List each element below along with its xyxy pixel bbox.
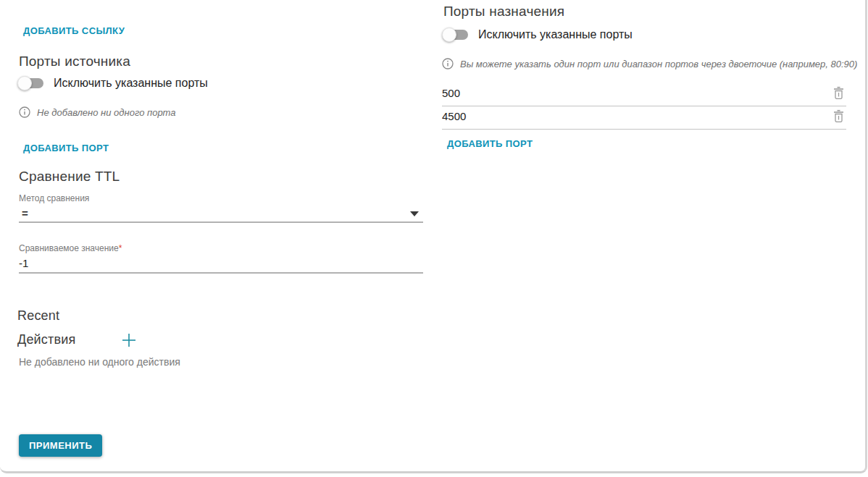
dest-ports-exclude-toggle-row: Исключить указанные порты <box>443 28 633 41</box>
compared-value-label-text: Сравниваемое значение <box>19 243 119 253</box>
toggle-knob <box>17 76 32 90</box>
source-ports-empty-hint: Не добавлено ни одного порта <box>19 106 176 118</box>
settings-page: ДОБАВИТЬ ССЫЛКУ Порты источника Исключит… <box>0 0 867 473</box>
toggle-knob <box>442 28 456 42</box>
exclude-ports-toggle-label: Исключить указанные порты <box>54 77 208 90</box>
add-action-plus-icon[interactable] <box>120 332 138 349</box>
ttl-comparison-title: Сравнение TTL <box>19 169 120 185</box>
source-ports-empty-text: Не добавлено ни одного порта <box>37 107 176 118</box>
dest-port-input[interactable] <box>442 110 732 122</box>
destination-ports-title: Порты назначения <box>443 4 564 20</box>
compared-value-field-wrap <box>19 256 423 274</box>
add-link-button[interactable]: ДОБАВИТЬ ССЫЛКУ <box>23 25 125 36</box>
add-dest-port-button[interactable]: ДОБАВИТЬ ПОРТ <box>447 138 533 149</box>
comparison-method-value: = <box>22 207 28 219</box>
add-source-port-button[interactable]: ДОБАВИТЬ ПОРТ <box>23 143 109 153</box>
actions-empty-note: Не добавлено ни одного действия <box>19 356 180 368</box>
trash-icon <box>832 86 845 100</box>
comparison-method-select[interactable]: = <box>19 206 423 223</box>
info-icon <box>442 58 454 69</box>
compared-value-input[interactable] <box>19 257 410 269</box>
comparison-method-label: Метод сравнения <box>19 193 89 203</box>
info-icon <box>19 106 30 118</box>
apply-button[interactable]: ПРИМЕНИТЬ <box>19 434 102 457</box>
exclude-ports-toggle-label: Исключить указанные порты <box>478 28 633 41</box>
delete-port-button[interactable] <box>832 109 845 123</box>
required-asterisk: * <box>119 243 122 253</box>
trash-icon <box>832 109 845 123</box>
source-ports-title: Порты источника <box>19 54 130 69</box>
exclude-ports-toggle[interactable] <box>443 30 468 40</box>
recent-title: Recent <box>17 308 59 324</box>
chevron-down-icon <box>410 211 419 216</box>
compared-value-label: Сравниваемое значение* <box>19 243 122 253</box>
delete-port-button[interactable] <box>832 86 845 100</box>
dest-ports-hint: Вы можете указать один порт или диапазон… <box>442 58 857 69</box>
port-row <box>442 109 846 130</box>
source-ports-exclude-toggle-row: Исключить указанные порты <box>19 77 208 90</box>
port-row <box>442 86 846 106</box>
exclude-ports-toggle[interactable] <box>19 78 43 88</box>
actions-title: Действия <box>17 332 75 347</box>
dest-ports-hint-text: Вы можете указать один порт или диапазон… <box>460 59 857 69</box>
dest-port-input[interactable] <box>442 87 732 99</box>
